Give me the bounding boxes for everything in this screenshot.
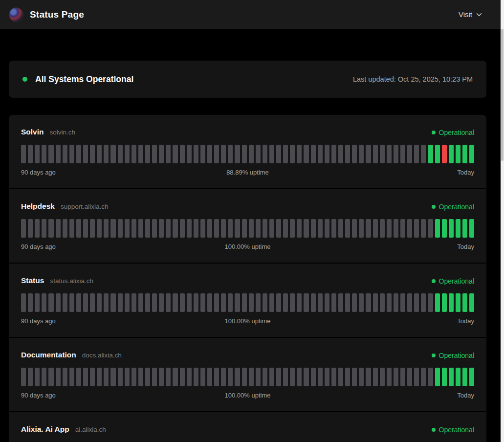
uptime-bar-gray[interactable] — [97, 293, 102, 312]
uptime-bar-green[interactable] — [442, 368, 447, 386]
scrollbar[interactable] — [501, 0, 504, 442]
uptime-bar-gray[interactable] — [131, 293, 136, 312]
uptime-bar-gray[interactable] — [118, 219, 123, 238]
uptime-bar-gray[interactable] — [290, 368, 295, 386]
uptime-bar-gray[interactable] — [421, 293, 426, 312]
uptime-bar-gray[interactable] — [352, 145, 357, 163]
uptime-bar-gray[interactable] — [318, 368, 323, 386]
uptime-bar-gray[interactable] — [90, 219, 95, 238]
uptime-bar-gray[interactable] — [83, 293, 88, 312]
uptime-bar-gray[interactable] — [276, 219, 281, 238]
uptime-bar-gray[interactable] — [338, 293, 343, 312]
uptime-bar-gray[interactable] — [207, 368, 212, 386]
uptime-bar-gray[interactable] — [76, 219, 81, 238]
uptime-bar-gray[interactable] — [421, 368, 426, 386]
uptime-bar-gray[interactable] — [228, 145, 233, 163]
uptime-bar-gray[interactable] — [180, 145, 185, 163]
uptime-bar-gray[interactable] — [56, 368, 61, 386]
uptime-bar-gray[interactable] — [28, 219, 33, 238]
uptime-bar-gray[interactable] — [42, 293, 46, 312]
uptime-bar-gray[interactable] — [166, 219, 171, 238]
uptime-bar-gray[interactable] — [145, 219, 150, 238]
uptime-bar-gray[interactable] — [104, 219, 109, 238]
uptime-bar-gray[interactable] — [76, 145, 81, 163]
uptime-bar-gray[interactable] — [194, 368, 198, 386]
uptime-bar-gray[interactable] — [387, 219, 392, 238]
uptime-bar-gray[interactable] — [400, 368, 405, 386]
uptime-bar-gray[interactable] — [159, 219, 164, 238]
uptime-bar-gray[interactable] — [290, 219, 295, 238]
uptime-bar-gray[interactable] — [118, 293, 123, 312]
uptime-bar-gray[interactable] — [104, 145, 109, 163]
uptime-bar-gray[interactable] — [159, 368, 164, 386]
uptime-bar-gray[interactable] — [187, 368, 192, 386]
uptime-bar-gray[interactable] — [297, 368, 302, 386]
uptime-bar-gray[interactable] — [173, 219, 177, 238]
uptime-bar-gray[interactable] — [83, 219, 88, 238]
uptime-bar-gray[interactable] — [138, 293, 143, 312]
uptime-bar-gray[interactable] — [152, 293, 157, 312]
uptime-bar-gray[interactable] — [421, 219, 426, 238]
uptime-bar-gray[interactable] — [414, 219, 419, 238]
uptime-bar-gray[interactable] — [318, 219, 323, 238]
uptime-bar-gray[interactable] — [200, 219, 205, 238]
uptime-bar-gray[interactable] — [48, 293, 53, 312]
uptime-bar-gray[interactable] — [269, 145, 274, 163]
uptime-bar-gray[interactable] — [407, 293, 412, 312]
uptime-bar-gray[interactable] — [407, 219, 412, 238]
uptime-bar-gray[interactable] — [159, 145, 164, 163]
uptime-bar-gray[interactable] — [366, 219, 371, 238]
uptime-bar-gray[interactable] — [28, 293, 33, 312]
uptime-bar-gray[interactable] — [345, 219, 350, 238]
uptime-bar-green[interactable] — [449, 293, 454, 312]
uptime-bar-gray[interactable] — [83, 145, 88, 163]
uptime-bar-gray[interactable] — [249, 293, 254, 312]
uptime-bar-gray[interactable] — [42, 145, 46, 163]
uptime-bar-gray[interactable] — [131, 219, 136, 238]
uptime-bar-gray[interactable] — [345, 145, 350, 163]
uptime-bar-gray[interactable] — [304, 368, 308, 386]
uptime-bar-gray[interactable] — [138, 368, 143, 386]
uptime-bar-gray[interactable] — [373, 293, 378, 312]
uptime-bar-gray[interactable] — [21, 293, 26, 312]
uptime-bar-gray[interactable] — [56, 293, 61, 312]
uptime-bar-gray[interactable] — [214, 368, 219, 386]
uptime-bar-gray[interactable] — [297, 293, 302, 312]
uptime-bar-gray[interactable] — [56, 145, 61, 163]
uptime-bar-green[interactable] — [449, 368, 454, 386]
uptime-bar-gray[interactable] — [283, 368, 288, 386]
uptime-bar-gray[interactable] — [428, 293, 433, 312]
uptime-bar-gray[interactable] — [90, 145, 95, 163]
uptime-bar-gray[interactable] — [338, 219, 343, 238]
uptime-bar-gray[interactable] — [228, 293, 233, 312]
uptime-bar-green[interactable] — [469, 368, 474, 386]
uptime-bar-gray[interactable] — [173, 368, 177, 386]
uptime-bar-gray[interactable] — [283, 219, 288, 238]
uptime-bar-gray[interactable] — [194, 293, 198, 312]
uptime-bar-gray[interactable] — [21, 145, 26, 163]
uptime-bar-gray[interactable] — [311, 219, 316, 238]
uptime-bar-gray[interactable] — [290, 145, 295, 163]
uptime-bar-gray[interactable] — [138, 219, 143, 238]
uptime-bar-gray[interactable] — [359, 145, 364, 163]
uptime-bar-gray[interactable] — [28, 145, 33, 163]
uptime-bar-gray[interactable] — [297, 145, 302, 163]
uptime-bar-gray[interactable] — [69, 219, 74, 238]
uptime-bar-gray[interactable] — [304, 219, 308, 238]
uptime-bar-gray[interactable] — [311, 145, 316, 163]
uptime-bar-gray[interactable] — [166, 145, 171, 163]
uptime-bar-gray[interactable] — [387, 293, 392, 312]
uptime-bar-gray[interactable] — [180, 219, 185, 238]
uptime-bar-gray[interactable] — [297, 219, 302, 238]
uptime-bar-gray[interactable] — [110, 293, 115, 312]
uptime-bar-gray[interactable] — [380, 219, 385, 238]
uptime-bar-gray[interactable] — [373, 219, 378, 238]
uptime-bar-gray[interactable] — [283, 145, 288, 163]
uptime-bar-gray[interactable] — [331, 145, 336, 163]
uptime-bar-gray[interactable] — [76, 368, 81, 386]
uptime-bar-gray[interactable] — [90, 368, 95, 386]
uptime-bar-gray[interactable] — [90, 293, 95, 312]
uptime-bar-gray[interactable] — [145, 293, 150, 312]
uptime-bar-gray[interactable] — [83, 368, 88, 386]
uptime-bar-gray[interactable] — [42, 368, 46, 386]
